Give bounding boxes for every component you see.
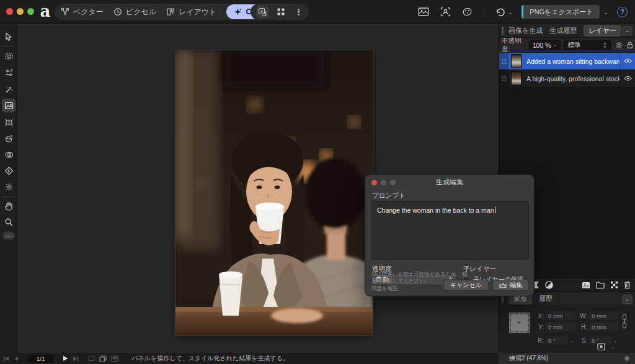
- transform-panel: X: 0 mm W: 0 mm Y: 0 mm H: 0 mm R: 0 ° ⌄: [499, 305, 635, 353]
- layer-visibility-toggle[interactable]: [619, 53, 635, 70]
- layer-thumbnail[interactable]: [511, 54, 522, 68]
- translate-button[interactable]: A: [256, 6, 269, 19]
- layer-lock-icon[interactable]: [627, 41, 633, 49]
- play-button[interactable]: [63, 355, 68, 362]
- y-field[interactable]: 0 mm: [546, 322, 575, 331]
- wh-link-icon[interactable]: [622, 314, 627, 329]
- persona-layout[interactable]: レイアウト: [166, 7, 216, 17]
- ai-scene-tool[interactable]: [2, 132, 15, 144]
- new-layer-button[interactable]: [610, 281, 618, 289]
- h-label: H:: [579, 324, 587, 331]
- h-field[interactable]: 0 mm: [589, 322, 619, 331]
- blend-mode-value: 標準: [567, 41, 580, 50]
- export-png-button[interactable]: PNGをエクスポート: [522, 5, 599, 19]
- place-image-icon: [418, 7, 429, 17]
- generate-image-tool[interactable]: [2, 99, 15, 112]
- new-image-button[interactable]: [418, 7, 429, 17]
- ai-effects-tool[interactable]: [2, 180, 15, 193]
- duplicate-result-icon[interactable]: [99, 355, 107, 362]
- svg-text:A: A: [260, 9, 264, 14]
- x-field[interactable]: 0 mm: [546, 311, 575, 320]
- persona-more-menu[interactable]: ⋮: [295, 7, 303, 17]
- w-field[interactable]: 0 mm: [589, 311, 619, 320]
- blend-mode-dropdown[interactable]: 標準: [564, 40, 611, 50]
- layers-list: Added a woman sitting backwards A high-q…: [499, 53, 635, 87]
- prompt-textarea[interactable]: Change the woman in the back to a man: [371, 201, 529, 260]
- eye-icon: [624, 76, 632, 81]
- opacity-dropdown[interactable]: 100 % ⌄: [529, 40, 561, 50]
- tab-generate-image[interactable]: 画像を生成: [508, 26, 543, 35]
- last-frame-button[interactable]: [73, 356, 79, 362]
- layer-thumbnail[interactable]: [511, 71, 522, 86]
- opacity-value: 100 %: [533, 42, 551, 49]
- ai-retouch-tool[interactable]: [2, 83, 15, 95]
- adjustment-layer-button[interactable]: [545, 281, 553, 289]
- panel-expand-button[interactable]: ⌄: [622, 26, 633, 35]
- hand-icon: [4, 202, 13, 211]
- cancel-label: キャンセル: [450, 281, 482, 290]
- first-frame-button[interactable]: [3, 356, 9, 362]
- rotation-chevron-icon[interactable]: ⌄: [570, 338, 574, 344]
- delete-layer-trash-button[interactable]: [624, 281, 631, 289]
- persona-vector[interactable]: ベクター: [61, 7, 104, 17]
- more-tools-button[interactable]: …: [2, 232, 15, 239]
- tab-layers[interactable]: レイヤー: [584, 25, 621, 37]
- window-zoom-button[interactable]: [27, 8, 34, 15]
- panel-expand-button[interactable]: ⌄: [622, 295, 633, 304]
- layer-visibility-toggle[interactable]: [619, 70, 635, 87]
- anchor-chevron-icon: ⌄: [610, 344, 615, 350]
- layer-row-0[interactable]: Added a woman sitting backwards: [499, 53, 635, 70]
- r-label: R:: [535, 337, 544, 344]
- new-image-layer-button[interactable]: [582, 282, 590, 289]
- previous-frame-button[interactable]: [14, 356, 19, 362]
- persona-pixel[interactable]: ピクセル: [113, 7, 156, 17]
- prompt-text: Change the woman in the back to a man: [377, 206, 494, 214]
- layer-blend-row: 不透明度: 100 % ⌄ 標準: [499, 38, 635, 53]
- opacity-label: 不透明度:: [502, 37, 526, 54]
- export-dropdown-chevron[interactable]: ⌄: [603, 9, 608, 16]
- panel-drag-handle[interactable]: [502, 27, 504, 35]
- results-list-icon[interactable]: [111, 355, 118, 362]
- new-group-button[interactable]: [596, 282, 605, 289]
- frame-counter: 1/1: [28, 355, 53, 363]
- move-tool[interactable]: [2, 30, 15, 43]
- status-bar-left: 1/1 パネルを操作して、スタイル化された結果を生成する。: [0, 353, 497, 364]
- zoom-tool[interactable]: [2, 216, 15, 228]
- cancel-button[interactable]: キャンセル: [443, 280, 489, 291]
- undo-button[interactable]: [495, 7, 505, 17]
- window-minimize-button[interactable]: [17, 8, 24, 15]
- loop-toggle-icon[interactable]: [88, 355, 95, 362]
- sync-status-icon: [624, 355, 630, 362]
- tab-generation-history[interactable]: 生成履歴: [549, 26, 577, 35]
- anchor-selector[interactable]: ⌄: [597, 342, 615, 351]
- report-problem-link[interactable]: 問題を報告: [371, 285, 398, 291]
- dialog-title: 生成編集: [365, 175, 534, 189]
- export-png-label: PNGをエクスポート: [530, 7, 593, 17]
- pan-tool[interactable]: [2, 200, 15, 212]
- layer-settings-gear-icon[interactable]: [615, 41, 623, 50]
- apps-grid-button[interactable]: [277, 7, 285, 16]
- window-close-button[interactable]: [6, 8, 13, 15]
- sparkle-icon: [234, 8, 242, 16]
- y-label: Y:: [535, 324, 544, 331]
- selection-brush-tool[interactable]: [2, 50, 15, 62]
- brush-settings-button[interactable]: [462, 7, 473, 17]
- eye-icon: [624, 58, 632, 64]
- style-transfer-tool[interactable]: [2, 116, 15, 128]
- undo-dropdown-chevron[interactable]: ⌄: [508, 9, 513, 16]
- help-button[interactable]: ?: [617, 7, 628, 17]
- blend-tool[interactable]: [2, 148, 15, 161]
- layer-name: A high-quality, professional stock p…: [526, 75, 619, 82]
- transform-proxy-preview[interactable]: [509, 313, 530, 333]
- subject-select-button[interactable]: [440, 7, 451, 17]
- rotation-field[interactable]: 0 °: [546, 336, 568, 345]
- translate-icon: A: [258, 7, 267, 17]
- layer-row-1[interactable]: A high-quality, professional stock p…: [499, 70, 635, 87]
- layer-badge-icon: [499, 53, 508, 70]
- tab-history[interactable]: 履歴: [539, 294, 553, 303]
- photo-woman-cafe[interactable]: [175, 50, 373, 335]
- blend-circles-icon: [4, 150, 14, 159]
- adjustment-tool[interactable]: [2, 66, 15, 79]
- edit-button[interactable]: 編集: [492, 280, 529, 291]
- quick-shape-tool[interactable]: [2, 164, 15, 177]
